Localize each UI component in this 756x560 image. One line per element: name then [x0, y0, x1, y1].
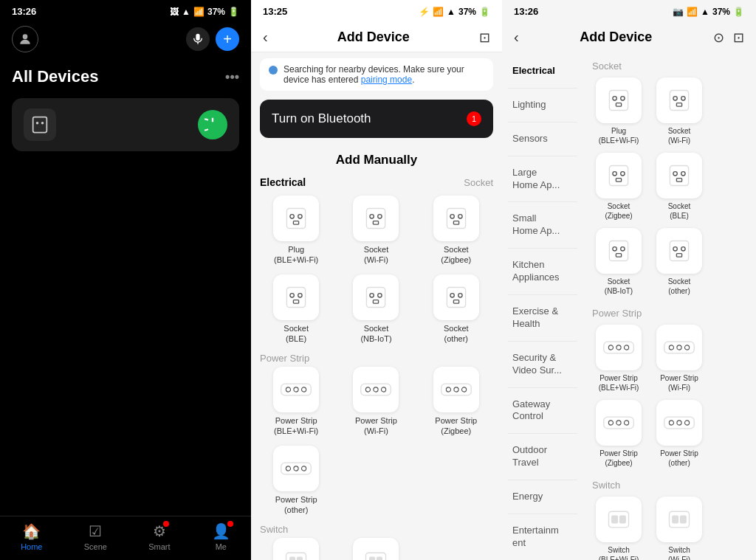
right-strip-ble-wifi[interactable]: Power Strip(BLE+Wi-Fi) [592, 325, 645, 393]
leftnav-exercise[interactable]: Exercise &Health [508, 295, 577, 342]
svg-rect-62 [670, 166, 688, 186]
nav-smart-label: Smart [148, 542, 170, 551]
add-manually-title: Add Manually [251, 147, 502, 176]
nav-scene-label: Scene [84, 542, 107, 551]
avatar[interactable] [12, 26, 38, 52]
nav-smart[interactable]: ⚙ Smart [148, 522, 170, 551]
socket-grid-2: Socket(BLE) Socket(NB-IoT) Socket(other) [260, 274, 493, 345]
bluetooth-button[interactable]: Turn on Bluetooth 1 [260, 100, 493, 138]
mic-button[interactable] [186, 27, 210, 51]
leftnav-sensors[interactable]: Sensors [508, 122, 577, 156]
right-socket-wifi[interactable]: Socket(Wi-Fi) [653, 77, 706, 145]
panel2-battery: 37% [458, 7, 476, 17]
nav-home-label: Home [21, 542, 42, 551]
right-socket-ble[interactable]: Socket(BLE) [653, 153, 706, 221]
switch-1-icon [273, 538, 319, 560]
right-strip-other[interactable]: Power Strip(other) [653, 400, 706, 468]
searching-bar: Searching for nearby devices. Make sure … [260, 58, 493, 91]
nav-me[interactable]: 👤 Me [212, 522, 230, 551]
switch-2[interactable] [340, 538, 412, 560]
right-socket-zigbee[interactable]: Socket(Zigbee) [592, 153, 645, 221]
right-switch-grid: Switch(BLE+Wi-Fi) Switch(Wi-Fi) Switch(Z… [592, 497, 747, 560]
nav-scene[interactable]: ☑ Scene [84, 522, 107, 551]
leftnav-entertainment[interactable]: Entertainment [508, 514, 577, 560]
panel3-battery: 37% [712, 7, 730, 17]
panel3-back-button[interactable]: ‹ [514, 29, 519, 46]
socket-other-icon [433, 274, 479, 320]
strip-other[interactable]: Power Strip(other) [260, 446, 332, 516]
socket-wifi[interactable]: Socket(Wi-Fi) [340, 196, 412, 266]
right-content[interactable]: Socket Plug(BLE+Wi-Fi) Socket(Wi-Fi) [583, 55, 756, 560]
scene-icon: ☑ [89, 522, 102, 540]
searching-end: . [412, 75, 414, 85]
leftnav-large-home[interactable]: LargeHome Ap... [508, 156, 577, 203]
add-button[interactable]: + [216, 27, 239, 51]
panel2-title: Add Device [337, 30, 410, 45]
right-strip-zigbee[interactable]: Power Strip(Zigbee) [592, 400, 645, 468]
bt-status-icon: ⚡ [419, 7, 430, 17]
socket-zigbee[interactable]: Socket(Zigbee) [420, 196, 492, 266]
strip-other-icon [273, 446, 319, 491]
battery-text: 37% [207, 7, 225, 17]
nav-home[interactable]: 🏠 Home [21, 522, 42, 551]
settings-icon[interactable]: ⊙ [713, 30, 724, 46]
more-options-button[interactable]: ••• [225, 69, 239, 85]
right-plug-ble-wifi[interactable]: Plug(BLE+Wi-Fi) [592, 77, 645, 145]
leftnav-gateway[interactable]: GatewayControl [508, 388, 577, 435]
expand-button[interactable]: ⊡ [479, 30, 490, 46]
leftnav-lighting[interactable]: Lighting [508, 89, 577, 122]
right-socket-other-icon [656, 228, 702, 274]
leftnav-kitchen[interactable]: KitchenAppliances [508, 249, 577, 295]
panel-add-device-middle: 13:25 ⚡ 📶 ▲ 37% 🔋 ‹ Add Device ⊡ Searchi… [251, 0, 502, 560]
svg-rect-4 [287, 209, 306, 229]
svg-rect-44 [286, 553, 306, 560]
panel2-scroll-area[interactable]: Electrical Socket Plug(BLE+Wi-Fi) Socket… [251, 176, 502, 560]
socket-section-header: Socket [592, 61, 747, 72]
leftnav-electrical[interactable]: Electrical [508, 55, 577, 89]
strip-zigbee[interactable]: Power Strip(Zigbee) [420, 367, 492, 437]
svg-rect-24 [447, 287, 465, 307]
plug-ble-wifi[interactable]: Plug(BLE+Wi-Fi) [260, 196, 332, 266]
panel1-header: + [0, 23, 251, 61]
power-button[interactable] [198, 110, 227, 139]
leftnav-outdoor[interactable]: OutdoorTravel [508, 434, 577, 480]
right-strip-wifi[interactable]: Power Strip(Wi-Fi) [653, 325, 706, 393]
panel3-expand-icon[interactable]: ⊡ [733, 30, 744, 46]
strip-zigbee-icon [433, 367, 479, 412]
switch-grid [260, 538, 493, 560]
right-socket-nbiot[interactable]: Socket(NB-IoT) [592, 228, 645, 296]
svg-rect-47 [366, 553, 386, 560]
right-switch-ble-wifi[interactable]: Switch(BLE+Wi-Fi) [592, 497, 645, 560]
strip-ble-wifi[interactable]: Power Strip(BLE+Wi-Fi) [260, 367, 332, 437]
back-button[interactable]: ‹ [263, 29, 268, 46]
socket-other[interactable]: Socket(other) [420, 274, 492, 345]
strip-grid-1: Power Strip(BLE+Wi-Fi) Power Strip(Wi-Fi… [260, 367, 493, 437]
panel2-time: 13:25 [263, 6, 287, 17]
socket-ble[interactable]: Socket(BLE) [260, 274, 332, 345]
strip-grid-2: Power Strip(other) [260, 446, 493, 516]
leftnav-security[interactable]: Security &Video Sur... [508, 342, 577, 388]
switch-category: Switch [260, 524, 493, 535]
pairing-mode-link[interactable]: pairing mode [361, 75, 412, 85]
panel3-camera-icon: 📷 [673, 7, 684, 17]
socket-zigbee-icon [433, 196, 479, 241]
switch-1[interactable] [260, 538, 332, 560]
leftnav-small-home[interactable]: SmallHome Ap... [508, 202, 577, 249]
right-socket-other[interactable]: Socket(other) [653, 228, 706, 296]
leftnav-energy[interactable]: Energy [508, 480, 577, 514]
socket-nbiot[interactable]: Socket(NB-IoT) [340, 274, 412, 345]
right-switch-wifi[interactable]: Switch(Wi-Fi) [653, 497, 706, 560]
panel2-topbar: ‹ Add Device ⊡ [251, 23, 502, 52]
svg-rect-12 [447, 209, 465, 229]
right-strip-zigbee-icon [596, 400, 642, 446]
panel3-title: Add Device [580, 30, 652, 45]
strip-ble-wifi-icon [273, 367, 319, 412]
switch-section-header: Switch [592, 480, 747, 491]
strip-wifi[interactable]: Power Strip(Wi-Fi) [340, 367, 412, 437]
socket-ble-icon [273, 274, 319, 320]
svg-rect-54 [670, 91, 688, 111]
right-socket-ble-icon [656, 153, 702, 198]
svg-rect-49 [377, 557, 382, 560]
me-badge [227, 521, 233, 527]
device-card[interactable] [12, 98, 239, 151]
